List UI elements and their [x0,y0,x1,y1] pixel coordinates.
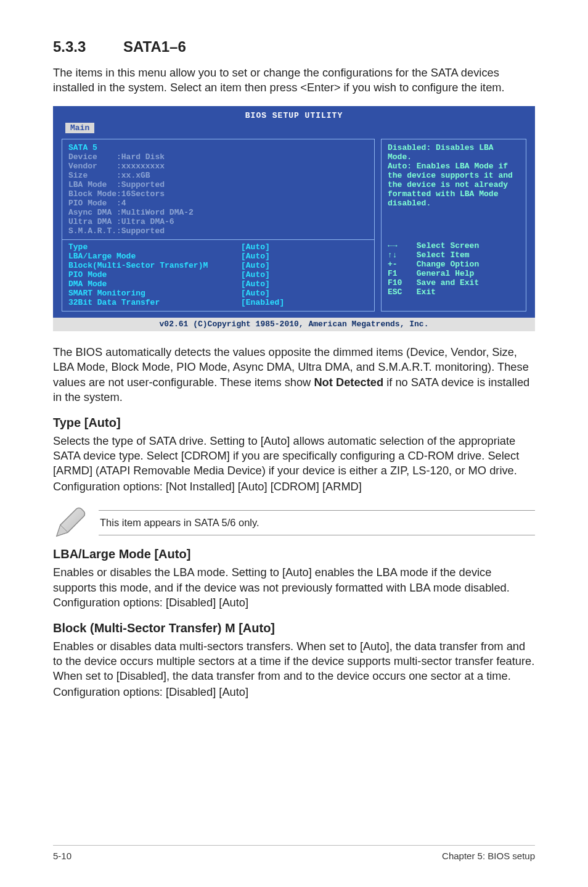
section-number: 5.3.3 [53,38,123,56]
bios-option-label: Block(Multi-Sector Transfer)M [68,261,241,270]
bios-tab-main[interactable]: Main [65,123,94,133]
bios-titlebar: BIOS SETUP UTILITY [53,106,535,123]
bios-nav-row: ←→ Select Screen [388,241,520,250]
bios-option-value: [Auto] [241,270,270,279]
bios-nav-row: ↑↓ Select Item [388,250,520,260]
bios-info-row: LBA Mode :Supported [68,180,368,189]
bios-right-pane: Disabled: Disables LBA Mode. Auto: Enabl… [381,139,526,311]
note-box: This item appears in SATA 5/6 only. [53,505,535,540]
bios-option-value: [Auto] [241,261,270,270]
bios-option-row[interactable]: DMA Mode[Auto] [68,279,368,289]
bios-option-label: LBA/Large Mode [68,252,241,261]
bios-option-label: 32Bit Data Transfer [68,298,241,307]
bios-info-row: S.M.A.R.T.:Supported [68,226,368,236]
bios-option-label: PIO Mode [68,270,241,279]
post-bios-bold: Not Detected [314,376,383,389]
bios-option-value: [Auto] [241,252,270,261]
bios-option-row[interactable]: PIO Mode[Auto] [68,270,368,279]
bios-nav-row: ESC Exit [388,287,520,297]
bios-option-row[interactable]: LBA/Large Mode[Auto] [68,252,368,261]
bios-option-value: [Auto] [241,279,270,289]
bios-option-row[interactable]: SMART Monitoring[Auto] [68,289,368,298]
post-bios-paragraph: The BIOS automatically detects the value… [53,345,535,405]
lba-heading: LBA/Large Mode [Auto] [53,547,535,561]
note-text: This item appears in SATA 5/6 only. [99,510,535,535]
page-footer: 5-10 Chapter 5: BIOS setup [53,845,535,861]
bios-divider [62,239,374,240]
bios-tab-row: Main [53,123,535,135]
type-config: Configuration options: [Not Installed] [… [53,479,535,494]
bios-footer: v02.61 (C)Copyright 1985-2010, American … [53,318,535,331]
bios-option-label: SMART Monitoring [68,289,241,298]
chapter-label: Chapter 5: BIOS setup [442,851,535,861]
bios-option-label: DMA Mode [68,279,241,289]
type-body: Selects the type of SATA drive. Setting … [53,434,535,478]
bios-info-row: Vendor :xxxxxxxxx [68,162,368,171]
block-heading: Block (Multi-Sector Transfer) M [Auto] [53,621,535,635]
bios-title: BIOS SETUP UTILITY [245,111,343,120]
section-heading: 5.3.3SATA1–6 [53,38,535,56]
type-heading: Type [Auto] [53,416,535,430]
section-title: SATA1–6 [123,38,186,55]
bios-info-row: Device :Hard Disk [68,152,368,162]
bios-info-row: Ultra DMA :Ultra DMA-6 [68,217,368,226]
bios-option-value: [Auto] [241,242,270,252]
block-body: Enables or disables data multi-sectors t… [53,639,535,683]
bios-help-text: Disabled: Disables LBA Mode. Auto: Enabl… [388,143,520,208]
bios-left-header: SATA 5 [68,143,368,152]
bios-info-row: Async DMA :MultiWord DMA-2 [68,208,368,217]
page-number: 5-10 [53,851,71,861]
intro-paragraph: The items in this menu allow you to set … [53,65,535,95]
bios-info-row: Size :xx.xGB [68,171,368,180]
bios-info-row: PIO Mode :4 [68,199,368,208]
bios-option-label: Type [68,242,241,252]
bios-nav-row: F10 Save and Exit [388,278,520,287]
bios-nav-row: F1 General Help [388,269,520,278]
bios-info-row: Block Mode:16Sectors [68,189,368,199]
bios-option-row[interactable]: Block(Multi-Sector Transfer)M[Auto] [68,261,368,270]
pencil-icon [53,505,88,540]
bios-option-value: [Auto] [241,289,270,298]
bios-option-value: [Enabled] [241,298,284,307]
lba-body: Enables or disables the LBA mode. Settin… [53,565,535,609]
bios-left-pane: SATA 5 Device :Hard Disk Vendor :xxxxxxx… [62,139,375,311]
bios-option-row[interactable]: Type[Auto] [68,242,368,252]
bios-option-row[interactable]: 32Bit Data Transfer[Enabled] [68,298,368,307]
bios-panel: BIOS SETUP UTILITY Main SATA 5 Device :H… [53,106,535,331]
block-config: Configuration options: [Disabled] [Auto] [53,685,535,699]
bios-nav-row: +- Change Option [388,260,520,269]
